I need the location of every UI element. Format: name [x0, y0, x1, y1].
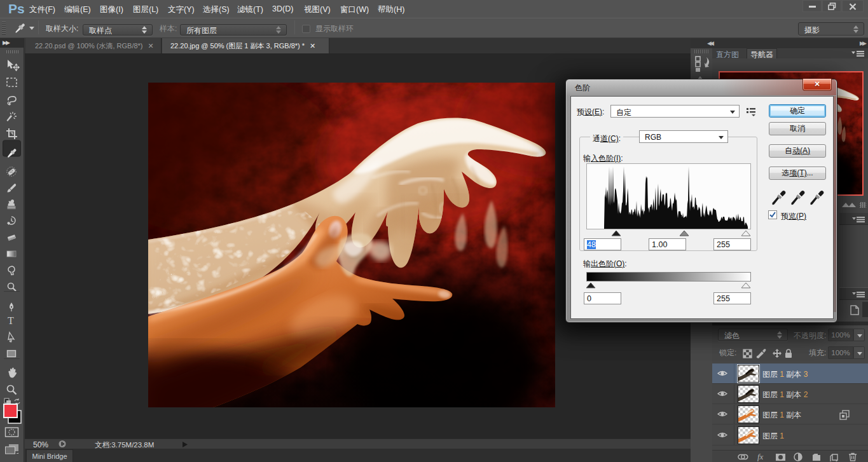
svg-text:T: T — [8, 315, 14, 326]
svg-text:fx: fx — [757, 452, 764, 461]
